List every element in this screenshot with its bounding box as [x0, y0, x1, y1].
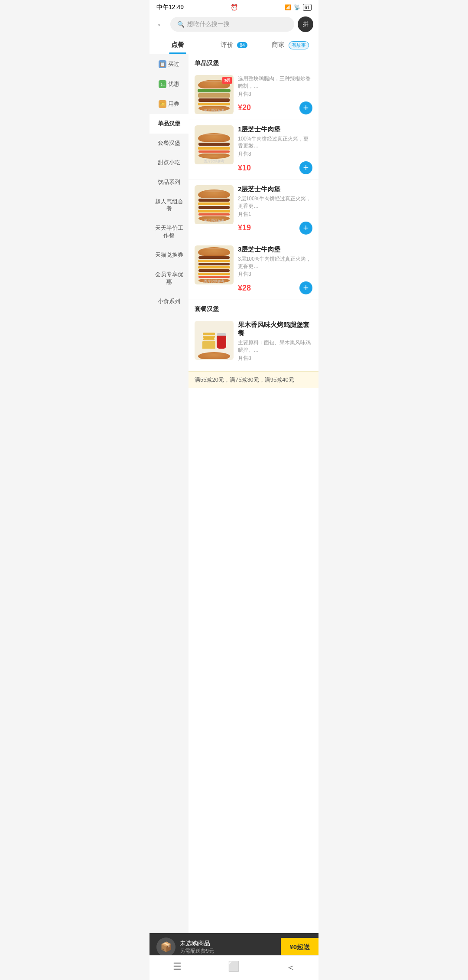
section-set-burger-header: 套餐汉堡 [188, 300, 318, 316]
ticket-icon: 🎫 [159, 100, 166, 108]
status-alarm: ⏰ [231, 4, 238, 11]
item-3-desc: 3层100%牛肉饼经过真正火烤，更香更… [238, 255, 312, 270]
wifi-icon: 📡 [294, 4, 300, 10]
header: ← 🔍 想吃什么搜一搜 拼 [150, 13, 318, 36]
menu-area: 单品汉堡 3折 图片仅供参考 选用整块鸡腿肉 [188, 54, 318, 947]
set-item-0-desc: 主要原料：面包、果木熏风味鸡腿排、… [238, 339, 312, 354]
tab-merchant-label: 商家 [272, 41, 285, 48]
search-placeholder: 想吃什么搜一搜 [187, 20, 230, 28]
cart-left: 📦 未选购商品 另需配送费9元 [150, 938, 281, 947]
item-3-add-button[interactable]: + [299, 281, 312, 294]
promo-banner: 满55减20元，满75减30元，满95减40元 [188, 371, 318, 388]
item-1-add-button[interactable]: + [299, 161, 312, 174]
sidebar-item-snack[interactable]: 小食系列 [150, 292, 188, 311]
item-1-price: ¥10 [238, 163, 251, 173]
item-0-info: 选用整块鸡腿肉，三种辣椒炒香腌制，… 月售8 ¥20 + [238, 75, 312, 114]
sidebar-item-single-burger[interactable]: 单品汉堡 [150, 114, 188, 134]
item-1-name: 1层芝士牛肉堡 [238, 125, 312, 134]
item-2-price-row: ¥19 + [238, 222, 312, 235]
story-badge: 有故事 [289, 41, 309, 49]
item-0-desc: 选用整块鸡腿肉，三种辣椒炒香腌制，… [238, 75, 312, 90]
set-item-0-info: 果木香风味火烤鸡腿堡套餐 主要原料：面包、果木熏风味鸡腿排、… 月售8 [238, 321, 312, 366]
tab-order[interactable]: 点餐 [150, 36, 206, 54]
item-0-sales: 月售8 [238, 91, 312, 98]
item-2-sales: 月售1 [238, 211, 312, 218]
item-3-price: ¥28 [238, 284, 251, 293]
set-item-0-sales: 月售8 [238, 355, 312, 362]
item-2-add-button[interactable]: + [299, 222, 312, 235]
item-1-info: 1层芝士牛肉堡 100%牛肉饼经过真正火烤，更香更嫩… 月售8 ¥10 + [238, 125, 312, 175]
item-1-price-row: ¥10 + [238, 161, 312, 174]
tab-review-label: 评价 [221, 41, 234, 48]
cart-icon: 📦 [156, 938, 176, 947]
item-2-info: 2层芝士牛肉堡 2层100%牛肉饼经过真正火烤，更香更… 月售1 ¥19 + [238, 185, 312, 235]
sidebar-item-coupon[interactable]: 🎫 用券 [150, 94, 188, 114]
menu-item-3: 图片仅供参考 3层芝士牛肉堡 3层100%牛肉饼经过真正火烤，更香更… 月售3 … [188, 240, 318, 301]
tab-merchant[interactable]: 商家 有故事 [262, 36, 318, 54]
checkout-button[interactable]: ¥0起送 [281, 938, 318, 948]
signal-icon: 📶 [285, 4, 291, 10]
discount-badge-0: 3折 [222, 77, 232, 84]
item-3-sales: 月售3 [238, 271, 312, 278]
back-button[interactable]: ← [155, 18, 167, 31]
item-1-desc: 100%牛肉饼经过真正火烤，更香更嫩… [238, 135, 312, 150]
item-0-price: ¥20 [238, 103, 251, 112]
menu-item-1: 图片仅供参考 1层芝士牛肉堡 100%牛肉饼经过真正火烤，更香更嫩… 月售8 ¥… [188, 120, 318, 180]
status-time: 中午12:49 [156, 3, 184, 11]
item-3-name: 3层芝士牛肉堡 [238, 245, 312, 254]
item-1-image: 图片仅供参考 [195, 125, 234, 164]
promo-text: 满55减20元，满75减30元，满95减40元 [195, 376, 294, 383]
search-bar[interactable]: 🔍 想吃什么搜一搜 [170, 17, 294, 32]
bought-icon: 📋 [159, 60, 166, 68]
cart-subtitle: 另需配送费9元 [180, 947, 214, 948]
set-item-0-image [195, 321, 234, 360]
tab-review[interactable]: 评价 84 [206, 36, 262, 54]
status-icons: 📶 📡 61 [285, 4, 312, 11]
item-1-sales: 月售8 [238, 150, 312, 158]
sidebar-item-tmall[interactable]: 天猫兑换券 [150, 245, 188, 265]
sidebar-item-discount[interactable]: 🏷 优惠 [150, 74, 188, 94]
sidebar-item-set-burger[interactable]: 套餐汉堡 [150, 134, 188, 153]
review-badge: 84 [237, 42, 247, 48]
sidebar-item-drinks[interactable]: 饮品系列 [150, 173, 188, 192]
item-3-price-row: ¥28 + [238, 281, 312, 294]
item-2-desc: 2层100%牛肉饼经过真正火烤，更香更… [238, 195, 312, 210]
item-2-price: ¥19 [238, 223, 251, 232]
item-0-add-button[interactable]: + [299, 101, 312, 114]
sidebar-item-member[interactable]: 会员专享优惠 [150, 265, 188, 292]
item-0-price-row: ¥20 + [238, 101, 312, 114]
tab-order-label: 点餐 [171, 41, 184, 48]
cart-text: 未选购商品 另需配送费9元 [180, 940, 214, 948]
sidebar-item-combo[interactable]: 超人气组合餐 [150, 192, 188, 219]
sidebar-item-bought[interactable]: 📋 买过 [150, 54, 188, 74]
search-icon: 🔍 [177, 21, 185, 28]
set-item-0-name: 果木香风味火烤鸡腿堡套餐 [238, 321, 312, 337]
sidebar: 📋 买过 🏷 优惠 🎫 用券 单品汉堡 套餐汉堡 甜点小吃 饮品系列 [150, 54, 188, 947]
battery-indicator: 61 [303, 4, 312, 11]
tab-bar: 点餐 评价 84 商家 有故事 [150, 36, 318, 54]
checkout-label: ¥0起送 [289, 943, 310, 948]
item-2-image: 图片仅供参考 [195, 185, 234, 224]
item-3-image: 图片仅供参考 [195, 245, 234, 284]
status-bar: 中午12:49 ⏰ 📶 📡 61 [150, 0, 318, 13]
pinjian-button[interactable]: 拼 [298, 16, 313, 32]
cart-title: 未选购商品 [180, 940, 214, 947]
menu-item-2: 图片仅供参考 2层芝士牛肉堡 2层100%牛肉饼经过真正火烤，更香更… 月售1 … [188, 180, 318, 240]
item-2-name: 2层芝士牛肉堡 [238, 185, 312, 193]
menu-item-0: 3折 图片仅供参考 选用整块鸡腿肉，三种辣椒炒香腌制，… 月售8 ¥20 + [188, 70, 318, 120]
main-content: 📋 买过 🏷 优惠 🎫 用券 单品汉堡 套餐汉堡 甜点小吃 饮品系列 [150, 54, 318, 947]
section-single-burger-header: 单品汉堡 [188, 54, 318, 70]
item-0-image: 3折 图片仅供参考 [195, 75, 234, 114]
sidebar-item-dessert[interactable]: 甜点小吃 [150, 153, 188, 173]
cart-bar: 📦 未选购商品 另需配送费9元 ¥0起送 [150, 933, 318, 947]
item-3-info: 3层芝士牛肉堡 3层100%牛肉饼经过真正火烤，更香更… 月售3 ¥28 + [238, 245, 312, 295]
set-menu-item-0: 果木香风味火烤鸡腿堡套餐 主要原料：面包、果木熏风味鸡腿排、… 月售8 [188, 316, 318, 371]
sidebar-item-halfprice[interactable]: 天天半价工作餐 [150, 219, 188, 245]
discount-icon: 🏷 [159, 80, 166, 88]
